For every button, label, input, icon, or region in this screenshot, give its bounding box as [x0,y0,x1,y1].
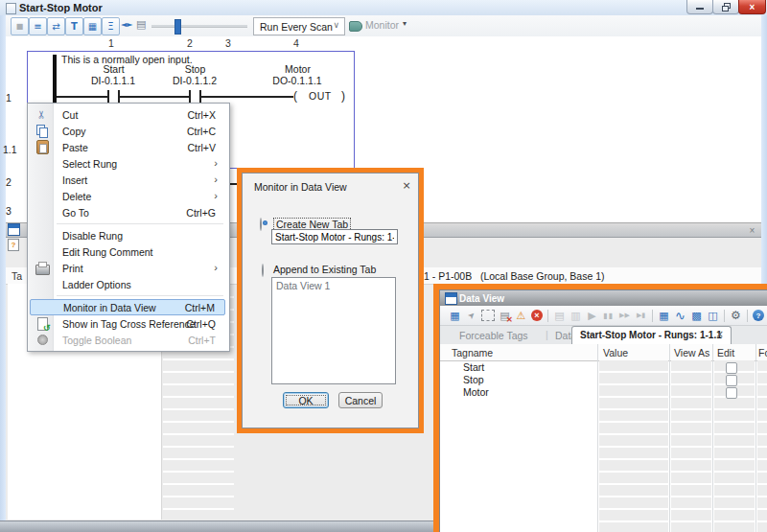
menu-item-print[interactable]: Print › [30,260,225,276]
submenu-arrow-icon: › [214,190,218,201]
append-to-existing-tab-radio[interactable] [262,264,264,277]
text-view-icon[interactable]: T [65,17,83,35]
menu-item-select-rung[interactable]: Select Rung › [30,155,225,172]
contact-stop[interactable] [189,90,191,103]
data-view-icon [445,292,457,305]
monitor-button[interactable]: Monitor [365,19,399,31]
table-row-tagname[interactable]: Start [463,361,484,373]
restore-icon [722,3,731,11]
rung-view-icon[interactable]: Ξ [102,17,120,35]
tab-divider: | [546,329,548,340]
column-divider[interactable] [597,344,598,532]
new-tab-name-input[interactable] [271,229,398,244]
skip-to-end-icon[interactable] [633,309,649,323]
menu-item-paste[interactable]: Paste Ctrl+V [30,139,225,155]
scan-mode-dropdown[interactable]: Run Every Scan ∨ [253,17,345,35]
coil-out[interactable]: OUT [309,90,332,102]
table-row-t agname[interactable]: Motor [463,386,489,398]
column-header-view-as[interactable]: View As [674,347,709,359]
existing-tabs-listbox[interactable]: Data View 1 [271,277,396,384]
data-view-title: Data View [459,293,504,304]
column-divider[interactable] [712,344,713,532]
contact-start[interactable] [107,90,109,103]
write-all-edits-icon[interactable] [568,309,584,323]
ok-button[interactable]: OK [283,392,329,408]
append-to-existing-tab-label[interactable]: Append to Existing Tab [273,264,376,275]
export-grid-icon[interactable] [705,309,721,323]
minimize-icon [696,8,704,10]
ladder-document-icon [6,3,16,14]
table-row-tagname[interactable]: Stop [463,374,484,385]
menu-item-show-in-tag-cross-reference[interactable]: Show in Tag Cross Reference Ctrl+Q [30,315,225,332]
data-view-tab-bar: Forceable Tags | Data View 1 Start-Stop … [440,326,767,345]
dense-grid-icon[interactable] [688,309,705,323]
menu-separator [57,223,223,224]
settings-gear-icon[interactable] [728,309,744,323]
close-tab-icon[interactable]: × [716,330,724,339]
close-icon[interactable]: × [746,224,758,236]
menu-item-cut[interactable]: ✂ Cut Ctrl+X [30,106,225,123]
grid-view-icon[interactable] [656,309,672,323]
column-header-tagname[interactable]: Tagname [452,347,493,359]
ruler-tick: 2 [184,37,196,49]
rung-comment-icon[interactable]: ≡ [29,17,47,35]
create-new-tab-radio[interactable] [260,218,262,231]
trend-view-icon[interactable] [672,309,688,323]
column-divider[interactable] [755,344,756,532]
edit-checkbox[interactable] [726,362,737,374]
submenu-arrow-icon: › [214,173,218,185]
zoom-slider-thumb[interactable] [174,19,181,35]
branch-icon[interactable]: ⇄ [47,17,65,35]
menu-item-disable-rung[interactable]: Disable Rung [30,227,225,243]
menu-item-delete[interactable]: Delete › [30,188,225,204]
column-header-value[interactable]: Value [603,347,628,359]
column-header-force[interactable]: Fo [758,347,767,359]
list-item[interactable]: Data View 1 [276,280,330,291]
force-alarm-icon[interactable] [513,309,529,323]
pause-icon[interactable] [600,309,616,323]
menu-item-edit-rung-comment[interactable]: Edit Rung Comment [30,243,225,260]
menu-item-monitor-in-data-view[interactable]: Monitor in Data View Ctrl+M [30,299,225,315]
pan-arrows-icon[interactable]: ◄► [121,21,132,29]
cancel-button[interactable]: Cancel [338,392,383,408]
print-preview-icon[interactable]: ▤ [136,19,146,30]
dialog-title: Monitor in Data View [254,181,347,193]
copy-icon [34,124,51,138]
submenu-arrow-icon: › [214,262,218,273]
ruler-tick: 4 [291,37,302,49]
data-view-table: Tagname Value View As Edit Fo Start Stop… [440,344,767,532]
square-icon[interactable]: ■ [11,17,29,35]
close-icon[interactable]: × [400,178,413,192]
edit-checkbox[interactable] [726,375,737,386]
tab-forceable-tags[interactable]: Forceable Tags [459,330,528,341]
grid-view-icon[interactable]: ▦ [83,17,102,35]
menu-item-copy[interactable]: Copy Ctrl+C [30,123,225,139]
toolbar-separator [547,310,548,322]
tab-start-stop-motor-rungs[interactable]: Start-Stop Motor - Rungs: 1-1.1 × [571,326,732,344]
restore-button[interactable] [712,0,739,14]
write-edit-icon[interactable] [551,309,568,323]
menu-item-insert[interactable]: Insert › [30,172,225,188]
selection-box-icon[interactable] [481,310,495,321]
zoom-slider-track[interactable] [151,25,247,28]
menu-item-go-to[interactable]: Go To Ctrl+G [30,204,225,220]
data-view-titlebar[interactable]: Data View [440,290,767,307]
close-button[interactable]: × [738,0,766,14]
fast-forward-icon[interactable] [616,309,633,323]
application-window: Start-Stop Motor × ■ ≡ ⇄ T ▦ Ξ ◄► ▤ Run … [0,0,767,532]
delete-all-icon[interactable]: × [531,310,543,321]
edit-checkbox[interactable] [726,387,737,399]
monitor-dropdown-arrow-icon[interactable]: ▾ [403,20,407,28]
column-header-edit[interactable]: Edit [717,347,734,359]
select-pointer-icon[interactable] [463,309,479,323]
remove-row-icon[interactable] [497,309,513,323]
play-icon[interactable] [584,309,600,323]
help-icon[interactable]: ? [753,310,764,321]
menu-item-ladder-options[interactable]: Ladder Options [30,276,225,292]
data-view-icon[interactable] [447,309,463,323]
minimize-button[interactable] [686,0,713,14]
clipped-tagname-header: Ta [12,270,22,282]
paste-icon [34,140,51,154]
column-divider[interactable] [669,344,670,532]
forceable-tags-icon[interactable]: ? [8,239,19,251]
